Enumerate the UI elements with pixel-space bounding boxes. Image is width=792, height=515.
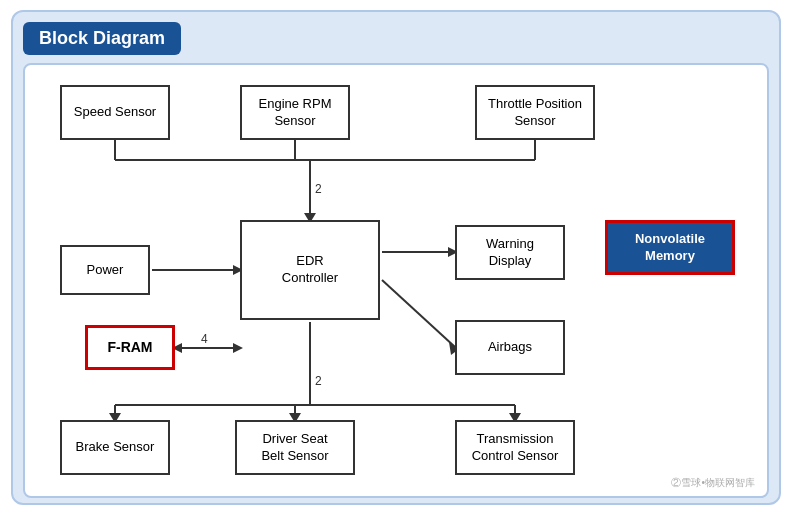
edr-controller-block: EDRController [240,220,380,320]
driver-seat-block: Driver SeatBelt Sensor [235,420,355,475]
power-block: Power [60,245,150,295]
svg-text:2: 2 [315,182,322,196]
airbags-block: Airbags [455,320,565,375]
fram-block: F-RAM [85,325,175,370]
warning-display-block: WarningDisplay [455,225,565,280]
speed-sensor-block: Speed Sensor [60,85,170,140]
nonvolatile-memory-block: NonvolatileMemory [605,220,735,275]
engine-rpm-block: Engine RPMSensor [240,85,350,140]
throttle-position-block: Throttle PositionSensor [475,85,595,140]
brake-sensor-block: Brake Sensor [60,420,170,475]
svg-text:4: 4 [201,332,208,346]
diagram-area: 2 4 2 Speed Sensor Engine RPMSensor Thro… [23,63,769,498]
svg-text:2: 2 [315,374,322,388]
svg-line-10 [382,280,455,347]
watermark: ②雪球•物联网智库 [671,476,755,490]
transmission-block: TransmissionControl Sensor [455,420,575,475]
svg-marker-14 [233,343,243,353]
outer-container: Block Diagram [11,10,781,505]
title-badge: Block Diagram [23,22,181,55]
